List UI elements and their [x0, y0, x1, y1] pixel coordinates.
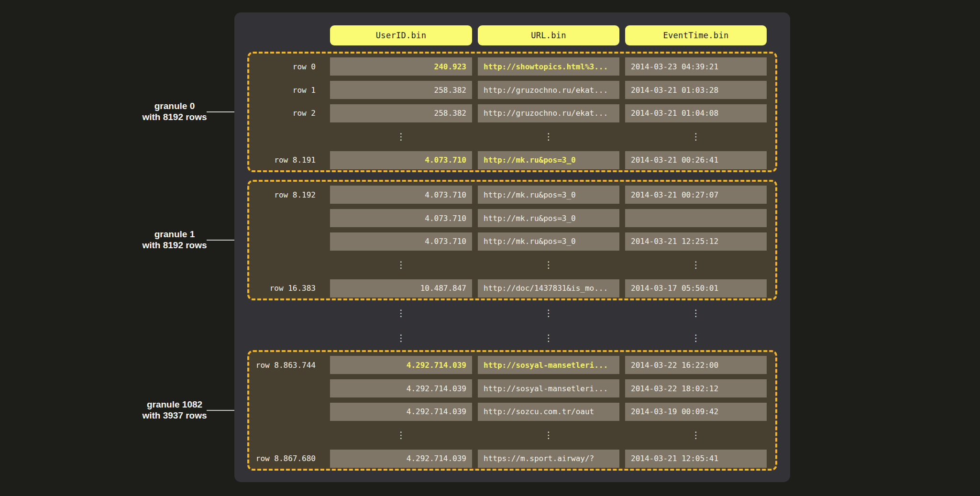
userid-cell: 240.923 — [330, 57, 472, 76]
eventtime-cell — [625, 209, 767, 227]
url-cell: http://sosyal-mansetleri... — [478, 379, 619, 397]
data-part-panel: UserID.binURL.binEventTime.bin row 0240.… — [234, 12, 790, 482]
column-header-pill-url-bin: URL.bin — [478, 25, 619, 45]
eventtime-cell: 2014-03-21 00:26:41 — [625, 151, 767, 169]
ellipsis-row: ⋮⋮⋮ — [249, 253, 775, 276]
url-cell: https://m.sport.airway/? — [478, 450, 619, 468]
eventtime-cell: 2014-03-21 12:05:41 — [625, 450, 767, 468]
ellipsis-row: ⋮⋮⋮ — [249, 125, 775, 148]
table-row: row 8.867.6804.292.714.039https://m.spor… — [249, 447, 775, 470]
table-row: row 8.863.7444.292.714.039http://sosyal-… — [249, 353, 775, 377]
header-spacer — [247, 25, 324, 45]
granules-diagram: { "diagram": { "colors": { "page_bg": "#… — [0, 0, 980, 496]
userid-cell: 4.292.714.039 — [330, 450, 472, 468]
url-cell: http://sosyal-mansetleri... — [478, 356, 619, 374]
granule-label-title: granule 1 — [112, 229, 237, 240]
dots-ellipsis: ⋮ — [625, 309, 767, 318]
userid-cell: 4.073.710 — [330, 151, 472, 169]
url-cell: http://mk.ru&pos=3_0 — [478, 151, 619, 169]
granule-label-title: granule 1082 — [112, 399, 237, 410]
ellipsis-row: ⋮⋮⋮ — [249, 423, 775, 447]
table-row: 4.073.710http://mk.ru&pos=3_0 — [249, 207, 775, 230]
dots-ellipsis: ⋮ — [330, 260, 472, 269]
granule-container: row 0240.923http://showtopics.html%3...2… — [234, 52, 790, 471]
dots-ellipsis: ⋮ — [478, 132, 619, 141]
eventtime-cell: 2014-03-22 16:22:00 — [625, 356, 767, 374]
dots-ellipsis: ⋮ — [625, 333, 767, 342]
eventtime-cell: 2014-03-17 05:50:01 — [625, 279, 767, 298]
row-label: row 8.191 — [249, 155, 324, 165]
eventtime-cell: 2014-03-21 12:25:12 — [625, 232, 767, 251]
eventtime-cell: 2014-03-22 18:02:12 — [625, 379, 767, 397]
table-row: row 2258.382http://gruzochno.ru/ekat...2… — [249, 102, 775, 125]
granule-label-subtitle: with 3937 rows — [112, 410, 237, 421]
granule-box-0: row 0240.923http://showtopics.html%3...2… — [247, 52, 777, 172]
column-header-pill-eventtime-bin: EventTime.bin — [625, 25, 767, 45]
table-row: row 8.1914.073.710http://mk.ru&pos=3_020… — [249, 148, 775, 172]
url-cell: http://sozcu.com.tr/oaut — [478, 403, 619, 421]
row-label: row 1 — [249, 86, 324, 95]
dots-ellipsis: ⋮ — [625, 430, 767, 440]
ellipsis-row: ⋮⋮⋮ — [249, 325, 790, 350]
table-row: 4.292.714.039http://sosyal-mansetleri...… — [249, 377, 775, 400]
between-granules-ellipsis: ⋮⋮⋮⋮⋮⋮ — [249, 300, 790, 350]
table-row: row 0240.923http://showtopics.html%3...2… — [249, 55, 775, 78]
url-cell: http://gruzochno.ru/ekat... — [478, 104, 619, 122]
userid-cell: 258.382 — [330, 81, 472, 99]
userid-cell: 4.073.710 — [330, 232, 472, 251]
url-cell: http://doc/1437831&is_mo... — [478, 279, 619, 298]
granule-label-subtitle: with 8192 rows — [112, 111, 237, 122]
userid-cell: 4.292.714.039 — [330, 356, 472, 374]
row-label: row 2 — [249, 109, 324, 118]
userid-cell: 4.292.714.039 — [330, 379, 472, 397]
dots-ellipsis: ⋮ — [330, 430, 472, 440]
dots-ellipsis: ⋮ — [330, 333, 472, 342]
dots-ellipsis: ⋮ — [625, 260, 767, 269]
url-cell: http://gruzochno.ru/ekat... — [478, 81, 619, 99]
column-header-pill-userid-bin: UserID.bin — [330, 25, 472, 45]
eventtime-cell: 2014-03-21 01:04:08 — [625, 104, 767, 122]
table-row: row 16.38310.487.847http://doc/1437831&i… — [249, 276, 775, 300]
eventtime-cell: 2014-03-21 01:03:28 — [625, 81, 767, 99]
table-row: row 8.1924.073.710http://mk.ru&pos=3_020… — [249, 183, 775, 207]
userid-cell: 4.292.714.039 — [330, 403, 472, 421]
dots-ellipsis: ⋮ — [478, 430, 619, 440]
row-label: row 0 — [249, 62, 324, 71]
table-row: row 1258.382http://gruzochno.ru/ekat...2… — [249, 78, 775, 102]
userid-cell: 4.073.710 — [330, 186, 472, 204]
granule-label-title: granule 0 — [112, 100, 237, 111]
row-label: row 16.383 — [249, 284, 324, 293]
dots-ellipsis: ⋮ — [330, 309, 472, 318]
row-label: row 8.867.680 — [249, 454, 324, 463]
dots-ellipsis: ⋮ — [478, 309, 619, 318]
userid-cell: 10.487.847 — [330, 279, 472, 298]
dots-ellipsis: ⋮ — [625, 132, 767, 141]
table-row: 4.292.714.039http://sozcu.com.tr/oaut201… — [249, 400, 775, 424]
userid-cell: 258.382 — [330, 104, 472, 122]
eventtime-cell: 2014-03-23 04:39:21 — [625, 57, 767, 76]
dots-ellipsis: ⋮ — [478, 333, 619, 342]
granule-label-subtitle: with 8192 rows — [112, 240, 237, 251]
dots-ellipsis: ⋮ — [330, 132, 472, 141]
table-row: 4.073.710http://mk.ru&pos=3_02014-03-21 … — [249, 230, 775, 254]
eventtime-cell: 2014-03-21 00:27:07 — [625, 186, 767, 204]
url-cell: http://mk.ru&pos=3_0 — [478, 209, 619, 227]
url-cell: http://mk.ru&pos=3_0 — [478, 186, 619, 204]
url-cell: http://showtopics.html%3... — [478, 57, 619, 76]
granule-box-2: row 8.863.7444.292.714.039http://sosyal-… — [247, 350, 777, 471]
userid-cell: 4.073.710 — [330, 209, 472, 227]
dots-ellipsis: ⋮ — [478, 260, 619, 269]
url-cell: http://mk.ru&pos=3_0 — [478, 232, 619, 251]
column-header-row: UserID.binURL.binEventTime.bin — [247, 25, 790, 45]
granule-box-1: row 8.1924.073.710http://mk.ru&pos=3_020… — [247, 180, 777, 300]
row-label: row 8.192 — [249, 190, 324, 199]
eventtime-cell: 2014-03-19 00:09:42 — [625, 403, 767, 421]
ellipsis-row: ⋮⋮⋮ — [249, 300, 790, 325]
row-label: row 8.863.744 — [249, 361, 324, 370]
